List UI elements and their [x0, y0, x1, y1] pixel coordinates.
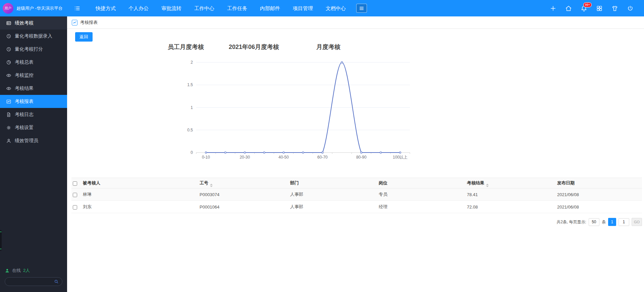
sidebar-item-label: 量化考核数据录入 [15, 33, 52, 39]
sidebar-item[interactable]: 考核设置 [0, 121, 67, 134]
sidebar-item[interactable]: 考核报表 [0, 95, 67, 108]
app-title: 超级用户 -华天演示平台 [16, 5, 63, 11]
topnav-item[interactable]: 个人办公 [122, 0, 155, 16]
back-button[interactable]: 返回 [75, 32, 93, 42]
sidebar-group-performance[interactable]: 绩效考核 [0, 16, 67, 30]
pagination: 共2条, 每页显示: 条 1 GO [71, 218, 642, 226]
svg-text:20-30: 20-30 [239, 155, 250, 159]
row-checkbox[interactable] [73, 205, 77, 210]
apps-grid-icon[interactable] [596, 5, 603, 12]
svg-text:80-90: 80-90 [356, 155, 367, 159]
add-icon[interactable] [549, 5, 557, 12]
topnav-item[interactable]: 审批流转 [155, 0, 188, 16]
sidebar-item[interactable]: 考核结果 [0, 82, 67, 95]
chart-title: 员工月度考核 [168, 43, 204, 51]
cell-score: 78.41 [467, 188, 557, 201]
sidebar-item[interactable]: 绩效管理员 [0, 134, 67, 147]
search-icon[interactable] [54, 279, 59, 284]
chart-title: 月度考核 [316, 43, 340, 51]
sidebar-search-input[interactable] [8, 279, 54, 284]
notifications-icon[interactable]: 99+ [580, 5, 588, 12]
topnav-item[interactable]: 工作任务 [221, 0, 254, 16]
report-icon [72, 20, 77, 25]
gear-icon [6, 125, 11, 130]
home-icon[interactable] [565, 5, 572, 12]
eye-icon [6, 86, 11, 91]
cell-name: 刘东 [83, 201, 200, 213]
online-status: 在线 2人 [5, 268, 62, 274]
online-user-icon [5, 268, 10, 273]
sidebar-item[interactable]: 考核总表 [0, 56, 67, 69]
cell-id: P0003074 [200, 188, 290, 201]
row-checkbox[interactable] [73, 193, 77, 197]
table-row[interactable]: 刘东P0001064人事部经理72.082021/06/08 [71, 201, 642, 213]
power-logout-icon[interactable] [627, 5, 634, 12]
chart-icon [6, 99, 11, 104]
svg-text:2: 2 [191, 60, 193, 65]
goto-page-input[interactable] [619, 218, 629, 226]
select-all-cell [71, 178, 83, 188]
column-header[interactable]: 工号 [200, 178, 290, 188]
theme-skin-icon[interactable] [611, 5, 619, 12]
cell-date: 2021/06/08 [557, 201, 642, 213]
notification-badge: 99+ [583, 2, 592, 7]
brand: 用户 超级用户 -华天演示平台 [0, 3, 67, 14]
column-header[interactable]: 发布日期 [557, 178, 642, 188]
user-icon [6, 138, 11, 143]
clock-icon [6, 47, 11, 52]
column-header[interactable]: 部门 [290, 178, 379, 188]
topnav-item[interactable]: 文档中心 [319, 0, 352, 16]
list-menu-icon[interactable] [73, 4, 81, 12]
sidebar-menu: 量化考核数据录入量化考核打分考核总表考核监控考核结果考核报表考核日志考核设置绩效… [0, 30, 67, 147]
sort-icon[interactable] [210, 184, 213, 187]
left-scroll-handle[interactable] [0, 230, 2, 251]
topnav-item[interactable]: 项目管理 [286, 0, 319, 16]
pie-icon [6, 60, 11, 65]
online-label: 在线 [12, 268, 21, 274]
table-row[interactable]: 林琳P0003074人事部专员78.412021/06/08 [71, 188, 642, 201]
topnav-item[interactable]: 内部邮件 [254, 0, 286, 16]
user-avatar[interactable]: 用户 [3, 3, 13, 14]
cell-name: 林琳 [83, 188, 200, 201]
hamburger-menu-button[interactable] [356, 4, 367, 13]
topbar-nav: 快捷方式个人办公审批流转工作中心工作任务内部邮件项目管理文档中心 [89, 0, 352, 16]
topbar: 用户 超级用户 -华天演示平台 快捷方式个人办公审批流转工作中心工作任务内部邮件… [0, 0, 644, 16]
row-checkbox-cell [71, 188, 83, 201]
row-checkbox-cell [71, 201, 83, 213]
cell-score: 72.08 [467, 201, 557, 213]
topnav-item[interactable]: 工作中心 [188, 0, 221, 16]
svg-text:100以上: 100以上 [393, 155, 408, 159]
sidebar-item[interactable]: 量化考核打分 [0, 43, 67, 56]
select-all-checkbox[interactable] [73, 181, 77, 186]
pagination-total: 共2条, 每页显示: [556, 219, 586, 225]
sort-icon[interactable] [486, 184, 489, 187]
column-header[interactable]: 考核结果 [467, 178, 557, 188]
cell-post: 专员 [379, 188, 467, 201]
idcard-icon [6, 20, 11, 26]
clock-icon [6, 34, 11, 39]
go-button[interactable]: GO [632, 218, 642, 226]
pagination-unit: 条 [602, 219, 606, 225]
sidebar-item[interactable]: 量化考核数据录入 [0, 30, 67, 43]
sidebar-search [5, 277, 62, 286]
topnav-item[interactable]: 快捷方式 [89, 0, 122, 16]
sidebar-item[interactable]: 考核日志 [0, 108, 67, 121]
page-1-button[interactable]: 1 [608, 218, 616, 226]
svg-text:0.5: 0.5 [187, 128, 193, 132]
eye-icon [6, 73, 11, 78]
cell-dept: 人事部 [290, 188, 379, 201]
sidebar-item[interactable]: 考核监控 [0, 69, 67, 82]
sidebar-item-label: 量化考核打分 [15, 46, 43, 52]
svg-text:1: 1 [191, 105, 193, 110]
monthly-score-distribution-chart: 00.511.520-1020-3040-5060-7080-90100以上 [186, 55, 414, 159]
sidebar-item-label: 考核报表 [15, 99, 34, 105]
cell-id: P0001064 [200, 201, 290, 213]
page-size-input[interactable] [589, 218, 599, 226]
online-count: 2人 [23, 268, 30, 274]
column-header[interactable]: 被考核人 [83, 178, 200, 188]
sidebar-item-label: 考核监控 [15, 72, 34, 78]
sidebar-item-label: 考核设置 [15, 125, 34, 131]
column-header[interactable]: 岗位 [379, 178, 467, 188]
results-table-wrap: 被考核人工号部门岗位考核结果发布日期 林琳P0003074人事部专员78.412… [71, 178, 642, 226]
cell-dept: 人事部 [290, 201, 379, 213]
